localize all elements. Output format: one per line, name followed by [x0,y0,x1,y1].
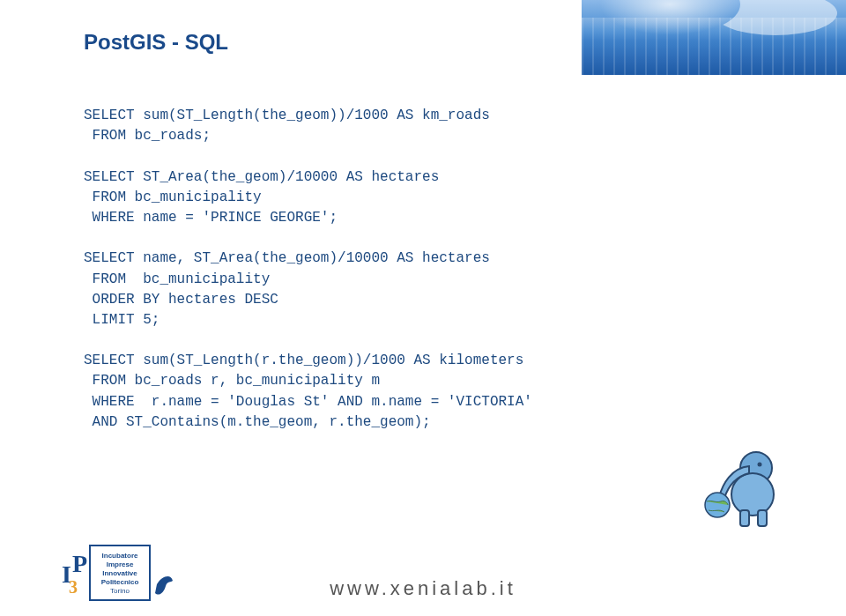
code-line: LIMIT 5; [84,312,160,328]
footer: Incubatore Imprese Innovative Politecnic… [0,528,846,616]
code-line: FROM bc_municipality [84,271,270,287]
code-line: SELECT sum(ST_Length(the_geom))/1000 AS … [84,108,490,123]
svg-point-4 [758,463,762,467]
code-line: AND ST_Contains(m.the_geom, r.the_geom); [84,414,431,430]
svg-point-1 [731,473,774,516]
code-line: FROM bc_roads; [84,128,211,144]
svg-point-5 [705,493,730,517]
svg-text:Torino: Torino [110,587,130,595]
sql-code-block: SELECT sum(ST_Length(the_geom))/1000 AS … [84,106,532,433]
svg-rect-3 [758,510,767,526]
code-line: ORDER BY hectares DESC [84,292,278,308]
svg-text:P: P [72,550,87,577]
header-banner [582,0,846,75]
svg-text:Innovative: Innovative [102,569,137,577]
incubator-logo-icon: Incubatore Imprese Innovative Politecnic… [60,542,174,605]
svg-text:3: 3 [69,577,78,597]
code-line: WHERE r.name = 'Douglas St' AND m.name =… [84,394,532,410]
footer-url: www.xenialab.it [330,577,516,600]
slide-title: PostGIS - SQL [84,30,228,55]
code-line: FROM bc_municipality [84,189,262,205]
code-line: SELECT name, ST_Area(the_geom)/10000 AS … [84,250,490,266]
code-line: WHERE name = 'PRINCE GEORGE'; [84,210,338,226]
elephant-mascot-icon [687,449,793,537]
svg-text:Imprese: Imprese [107,560,134,568]
code-line: FROM bc_roads r, bc_municipality m [84,373,380,389]
code-line: SELECT ST_Area(the_geom)/10000 AS hectar… [84,169,439,185]
svg-text:Incubatore: Incubatore [102,552,138,560]
code-line: SELECT sum(ST_Length(r.the_geom))/1000 A… [84,353,523,368]
svg-rect-2 [740,510,749,526]
svg-text:Politecnico: Politecnico [101,578,139,586]
